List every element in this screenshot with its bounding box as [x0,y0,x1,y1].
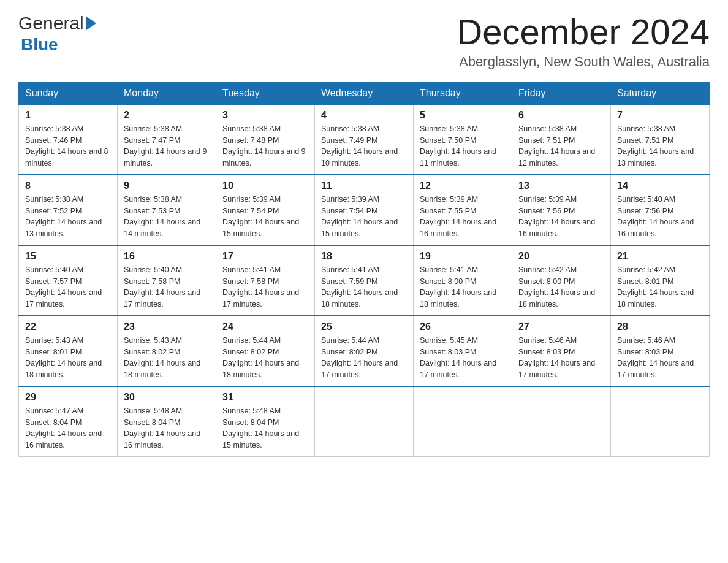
calendar-cell: 25 Sunrise: 5:44 AMSunset: 8:02 PMDaylig… [315,316,414,386]
day-number: 4 [321,110,407,121]
day-info: Sunrise: 5:39 AMSunset: 7:54 PMDaylight:… [222,194,308,240]
day-info: Sunrise: 5:45 AMSunset: 8:03 PMDaylight:… [420,335,506,381]
day-info: Sunrise: 5:38 AMSunset: 7:48 PMDaylight:… [222,123,308,169]
day-info: Sunrise: 5:38 AMSunset: 7:52 PMDaylight:… [25,194,111,240]
day-info: Sunrise: 5:41 AMSunset: 8:00 PMDaylight:… [420,264,506,310]
calendar-cell: 9 Sunrise: 5:38 AMSunset: 7:53 PMDayligh… [118,175,216,245]
column-header-friday: Friday [512,82,611,104]
calendar-cell: 29 Sunrise: 5:47 AMSunset: 8:04 PMDaylig… [19,386,118,457]
day-number: 21 [617,251,703,262]
day-number: 18 [321,251,407,262]
calendar-cell: 31 Sunrise: 5:48 AMSunset: 8:04 PMDaylig… [216,386,315,457]
day-info: Sunrise: 5:41 AMSunset: 7:59 PMDaylight:… [321,264,407,310]
calendar-cell: 23 Sunrise: 5:43 AMSunset: 8:02 PMDaylig… [118,316,216,386]
calendar-week-row: 15 Sunrise: 5:40 AMSunset: 7:57 PMDaylig… [19,245,710,316]
calendar-cell [414,386,512,457]
logo-blue-text: Blue [18,34,96,55]
calendar-cell: 4 Sunrise: 5:38 AMSunset: 7:49 PMDayligh… [315,104,414,175]
day-info: Sunrise: 5:44 AMSunset: 8:02 PMDaylight:… [222,335,308,381]
day-info: Sunrise: 5:43 AMSunset: 8:02 PMDaylight:… [124,335,210,381]
calendar-cell: 16 Sunrise: 5:40 AMSunset: 7:58 PMDaylig… [118,245,216,316]
logo: General Blue [18,12,96,55]
calendar-cell: 12 Sunrise: 5:39 AMSunset: 7:55 PMDaylig… [414,175,512,245]
calendar-cell: 30 Sunrise: 5:48 AMSunset: 8:04 PMDaylig… [118,386,216,457]
day-number: 5 [420,110,506,121]
day-info: Sunrise: 5:40 AMSunset: 7:56 PMDaylight:… [617,194,703,240]
calendar-cell: 5 Sunrise: 5:38 AMSunset: 7:50 PMDayligh… [414,104,512,175]
calendar-cell: 3 Sunrise: 5:38 AMSunset: 7:48 PMDayligh… [216,104,315,175]
day-number: 1 [25,110,111,121]
day-number: 23 [124,321,210,332]
calendar-cell: 22 Sunrise: 5:43 AMSunset: 8:01 PMDaylig… [19,316,118,386]
calendar-cell: 10 Sunrise: 5:39 AMSunset: 7:54 PMDaylig… [216,175,315,245]
day-number: 27 [518,321,604,332]
day-number: 26 [420,321,506,332]
calendar-week-row: 29 Sunrise: 5:47 AMSunset: 8:04 PMDaylig… [19,386,710,457]
day-info: Sunrise: 5:48 AMSunset: 8:04 PMDaylight:… [222,405,308,451]
calendar-cell: 18 Sunrise: 5:41 AMSunset: 7:59 PMDaylig… [315,245,414,316]
calendar-cell: 20 Sunrise: 5:42 AMSunset: 8:00 PMDaylig… [512,245,611,316]
day-number: 29 [25,392,111,403]
day-info: Sunrise: 5:42 AMSunset: 8:00 PMDaylight:… [518,264,604,310]
calendar-cell: 13 Sunrise: 5:39 AMSunset: 7:56 PMDaylig… [512,175,611,245]
day-number: 11 [321,180,407,191]
day-number: 31 [222,392,308,403]
calendar-cell: 19 Sunrise: 5:41 AMSunset: 8:00 PMDaylig… [414,245,512,316]
calendar-week-row: 8 Sunrise: 5:38 AMSunset: 7:52 PMDayligh… [19,175,710,245]
day-number: 20 [518,251,604,262]
calendar-cell: 1 Sunrise: 5:38 AMSunset: 7:46 PMDayligh… [19,104,118,175]
day-number: 3 [222,110,308,121]
day-number: 8 [25,180,111,191]
day-info: Sunrise: 5:38 AMSunset: 7:51 PMDaylight:… [617,123,703,169]
page-header: General Blue December 2024 Aberglasslyn,… [18,12,710,70]
title-block: December 2024 Aberglasslyn, New South Wa… [457,12,710,70]
calendar-cell: 6 Sunrise: 5:38 AMSunset: 7:51 PMDayligh… [512,104,611,175]
logo-triangle-icon [86,17,96,30]
calendar-cell: 27 Sunrise: 5:46 AMSunset: 8:03 PMDaylig… [512,316,611,386]
day-number: 22 [25,321,111,332]
month-title: December 2024 [457,12,710,52]
day-info: Sunrise: 5:38 AMSunset: 7:51 PMDaylight:… [518,123,604,169]
calendar-cell: 24 Sunrise: 5:44 AMSunset: 8:02 PMDaylig… [216,316,315,386]
day-number: 28 [617,321,703,332]
day-number: 24 [222,321,308,332]
calendar-cell: 7 Sunrise: 5:38 AMSunset: 7:51 PMDayligh… [611,104,710,175]
day-info: Sunrise: 5:43 AMSunset: 8:01 PMDaylight:… [25,335,111,381]
calendar-cell: 15 Sunrise: 5:40 AMSunset: 7:57 PMDaylig… [19,245,118,316]
logo-general: General [18,12,84,34]
calendar-table: SundayMondayTuesdayWednesdayThursdayFrid… [18,82,710,457]
calendar-cell: 21 Sunrise: 5:42 AMSunset: 8:01 PMDaylig… [611,245,710,316]
day-info: Sunrise: 5:39 AMSunset: 7:55 PMDaylight:… [420,194,506,240]
day-number: 2 [124,110,210,121]
day-info: Sunrise: 5:42 AMSunset: 8:01 PMDaylight:… [617,264,703,310]
day-number: 14 [617,180,703,191]
day-info: Sunrise: 5:38 AMSunset: 7:49 PMDaylight:… [321,123,407,169]
column-header-thursday: Thursday [414,82,512,104]
day-number: 19 [420,251,506,262]
calendar-cell: 17 Sunrise: 5:41 AMSunset: 7:58 PMDaylig… [216,245,315,316]
calendar-cell: 8 Sunrise: 5:38 AMSunset: 7:52 PMDayligh… [19,175,118,245]
day-info: Sunrise: 5:38 AMSunset: 7:53 PMDaylight:… [124,194,210,240]
day-info: Sunrise: 5:41 AMSunset: 7:58 PMDaylight:… [222,264,308,310]
calendar-header-row: SundayMondayTuesdayWednesdayThursdayFrid… [19,82,710,104]
day-info: Sunrise: 5:44 AMSunset: 8:02 PMDaylight:… [321,335,407,381]
day-number: 15 [25,251,111,262]
day-info: Sunrise: 5:39 AMSunset: 7:56 PMDaylight:… [518,194,604,240]
day-number: 25 [321,321,407,332]
day-info: Sunrise: 5:38 AMSunset: 7:46 PMDaylight:… [25,123,111,169]
day-info: Sunrise: 5:46 AMSunset: 8:03 PMDaylight:… [518,335,604,381]
day-info: Sunrise: 5:48 AMSunset: 8:04 PMDaylight:… [124,405,210,451]
day-info: Sunrise: 5:38 AMSunset: 7:47 PMDaylight:… [124,123,210,169]
day-info: Sunrise: 5:40 AMSunset: 7:57 PMDaylight:… [25,264,111,310]
column-header-wednesday: Wednesday [315,82,414,104]
day-number: 12 [420,180,506,191]
day-number: 6 [518,110,604,121]
calendar-week-row: 1 Sunrise: 5:38 AMSunset: 7:46 PMDayligh… [19,104,710,175]
day-number: 10 [222,180,308,191]
day-number: 9 [124,180,210,191]
day-number: 30 [124,392,210,403]
calendar-cell: 14 Sunrise: 5:40 AMSunset: 7:56 PMDaylig… [611,175,710,245]
calendar-cell: 2 Sunrise: 5:38 AMSunset: 7:47 PMDayligh… [118,104,216,175]
calendar-cell: 26 Sunrise: 5:45 AMSunset: 8:03 PMDaylig… [414,316,512,386]
calendar-cell: 11 Sunrise: 5:39 AMSunset: 7:54 PMDaylig… [315,175,414,245]
